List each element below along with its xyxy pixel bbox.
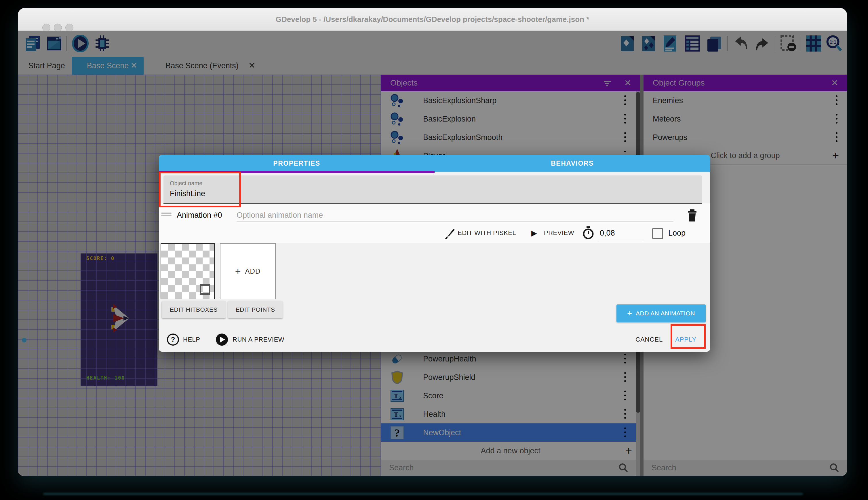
preview-button[interactable]: PREVIEW	[544, 229, 574, 237]
object-editor-dialog: PROPERTIES BEHAVIORS Object name FinishL…	[159, 155, 710, 352]
add-animation-label: ADD AN ANIMATION	[636, 310, 695, 317]
frame-select-box-icon[interactable]	[200, 284, 210, 295]
edit-points-button[interactable]: EDIT POINTS	[228, 301, 283, 318]
loop-checkbox[interactable]	[652, 228, 663, 239]
app-content: 1:1 Start Page Base Scene ✕ Base Scene (…	[18, 31, 847, 476]
dialog-tab-bar: PROPERTIES BEHAVIORS	[159, 155, 710, 172]
time-input-underline	[597, 240, 644, 240]
annotation-box-apply	[671, 324, 706, 349]
cancel-button[interactable]: CANCEL	[635, 336, 663, 343]
add-frame-button[interactable]: + ADD	[220, 243, 276, 299]
frame-thumbnail-empty[interactable]	[161, 243, 215, 299]
svg-text:?: ?	[171, 336, 175, 343]
run-a-preview-button[interactable]: RUN A PREVIEW	[233, 336, 284, 343]
title-bar: GDevelop 5 - /Users/dkarakay/Documents/G…	[18, 8, 847, 31]
window-title: GDevelop 5 - /Users/dkarakay/Documents/G…	[18, 8, 847, 31]
plus-icon: +	[235, 265, 241, 277]
animation-name-input[interactable]: Optional animation name	[237, 211, 323, 220]
tab-behaviors[interactable]: BEHAVIORS	[435, 155, 710, 172]
edit-hitboxes-button[interactable]: EDIT HITBOXES	[162, 301, 226, 318]
stopwatch-icon	[582, 226, 595, 241]
loop-label: Loop	[668, 229, 685, 238]
delete-animation-icon[interactable]	[687, 209, 697, 223]
time-between-frames-input[interactable]: 0,08	[600, 229, 615, 238]
brush-icon	[444, 228, 455, 241]
drag-handle-icon[interactable]	[161, 213, 172, 214]
object-name-field[interactable]: Object name FinishLine	[163, 175, 702, 204]
help-icon: ?	[166, 333, 179, 347]
add-animation-button[interactable]: + ADD AN ANIMATION	[617, 305, 706, 322]
edit-with-piskel-button[interactable]: EDIT WITH PISKEL	[458, 229, 516, 237]
window-shadow	[43, 493, 803, 495]
plus-icon: +	[627, 308, 632, 318]
drag-handle-icon	[161, 215, 172, 216]
animation-row-strip	[159, 203, 710, 243]
add-frame-label: ADD	[245, 267, 261, 275]
animation-name-underline	[237, 221, 673, 221]
app-window: GDevelop 5 - /Users/dkarakay/Documents/G…	[18, 8, 847, 476]
run-preview-icon	[215, 333, 228, 347]
tab-properties[interactable]: PROPERTIES	[159, 155, 435, 172]
preview-play-icon: ▶	[531, 229, 537, 238]
animation-label: Animation #0	[177, 211, 222, 220]
help-button[interactable]: HELP	[183, 336, 200, 343]
annotation-box-object-name	[159, 172, 241, 207]
